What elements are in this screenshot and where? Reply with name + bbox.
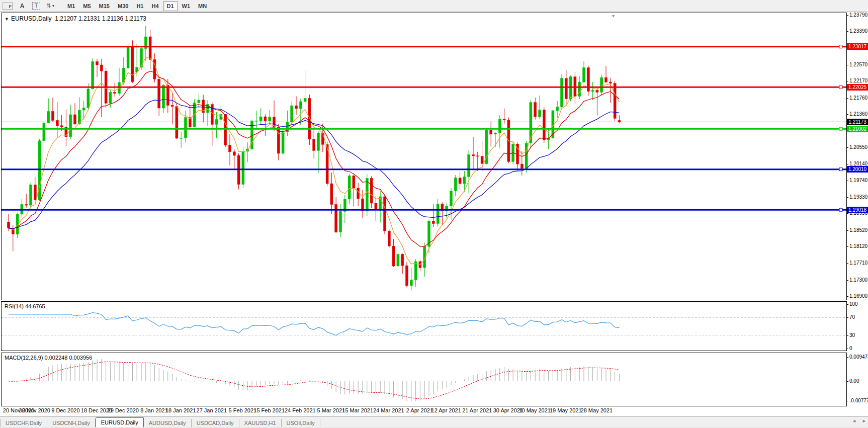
price-axis-tick — [846, 181, 848, 181]
price-axis-label: 1.22570 — [849, 62, 868, 68]
text-tool-icon[interactable]: T — [30, 2, 43, 11]
rsi-axis-label: 70 — [849, 314, 868, 320]
chart-shift-marker-icon[interactable]: ▾ — [612, 13, 615, 19]
price-axis-label: 1.21360 — [849, 111, 868, 117]
price-axis-label: 1.18520 — [849, 227, 868, 233]
timeframe-button-m1[interactable]: M1 — [64, 1, 78, 11]
hline-price-label[interactable]: 1.23017 — [847, 43, 868, 50]
timeframe-button-w1[interactable]: W1 — [179, 1, 194, 11]
price-axis-label: 1.16900 — [849, 293, 868, 299]
chart-title: ▼EURUSD,Daily 1.21207 1.21331 1.21136 1.… — [5, 15, 146, 22]
hline-price-label[interactable]: 1.20010 — [847, 166, 868, 173]
rsi-axis-tick — [846, 349, 848, 349]
price-axis-tick — [846, 147, 848, 148]
price-chart-pane[interactable]: ▼EURUSD,Daily 1.21207 1.21331 1.21136 1.… — [1, 13, 847, 300]
arrows-glyph: ⇅ — [46, 3, 51, 9]
price-axis-tick — [846, 296, 848, 297]
price-axis-tick — [846, 280, 848, 281]
rsi-axis-tick — [846, 335, 848, 336]
price-axis-tick — [846, 81, 848, 81]
fibonacci-glyph: F — [3, 2, 13, 10]
price-axis-label: 1.18120 — [849, 243, 868, 249]
tab-xauusd[interactable]: XAUUSD,H1 — [239, 419, 282, 427]
price-axis-label: 1.17300 — [849, 277, 868, 283]
price-axis-tick — [846, 230, 848, 231]
price-axis-label: 1.23390 — [849, 28, 868, 34]
tab-usdcnh[interactable]: USDCNH,Daily — [47, 419, 96, 427]
timeframe-buttons: M1M5M15M30H1H4D1W1MN — [63, 1, 211, 11]
price-axis-tick — [846, 263, 848, 264]
rsi-axis-tick — [846, 317, 848, 318]
price-axis-label: 1.19330 — [849, 194, 868, 200]
rsi-axis-tick — [846, 304, 848, 305]
time-axis[interactable]: 20 Nov 202030 Nov 20209 Dec 202018 Dec 2… — [0, 406, 846, 415]
timeframe-button-h1[interactable]: H1 — [133, 1, 147, 11]
macd-canvas — [2, 353, 846, 406]
rsi-canvas — [2, 302, 846, 351]
tab-scroll-left-icon[interactable]: ◄ — [852, 418, 856, 423]
tab-usdchf[interactable]: USDCHF,Daily — [0, 419, 47, 427]
arrows-tool-icon[interactable]: ⇅ ▾ — [44, 2, 57, 11]
rsi-pane[interactable]: RSI(14) 44.6765 — [1, 301, 847, 351]
price-axis-tick — [846, 246, 848, 247]
rsi-axis-label: 100 — [849, 301, 868, 307]
hline-price-label[interactable]: 1.22025 — [847, 84, 868, 91]
macd-axis-label: 0.009478 — [849, 354, 868, 360]
chart-ohlc-values: 1.21207 1.21331 1.21136 1.21173 — [55, 15, 146, 22]
macd-label: MACD(12,26,9) 0.002248 0.003956 — [5, 355, 92, 361]
tab-scroll-right-icon[interactable]: ► — [862, 418, 866, 423]
macd-axis-label: -0.007778 — [849, 398, 868, 404]
macd-axis-label: 0.00 — [849, 378, 868, 384]
hline-price-label[interactable]: 1.21002 — [847, 126, 868, 132]
macd-pane[interactable]: MACD(12,26,9) 0.002248 0.003956 — [1, 353, 847, 406]
price-axis-tick — [846, 98, 848, 99]
chart-symbol-period: EURUSD,Daily — [11, 15, 52, 22]
timeframe-button-m15[interactable]: M15 — [96, 1, 113, 11]
time-axis-label: 28 May 2021 — [578, 407, 615, 413]
price-axis-tick — [846, 213, 848, 214]
toolbar-separator — [60, 2, 61, 11]
tab-audusd[interactable]: AUDUSD,Daily — [144, 419, 192, 427]
fibonacci-icon[interactable]: F — [1, 2, 15, 11]
chart-tab-bar: USDCHF,DailyUSDCNH,DailyEURUSD,DailyAUDU… — [0, 416, 868, 427]
macd-axis-tick — [846, 401, 848, 401]
chevron-down-icon: ▾ — [52, 4, 54, 8]
macd-axis-tick — [846, 357, 848, 358]
rsi-label: RSI(14) 44.6765 — [5, 303, 45, 309]
text-tool-glyph: T — [32, 2, 40, 10]
price-axis-tick — [846, 65, 848, 65]
rsi-axis-label: 30 — [849, 332, 868, 338]
tab-usdcad[interactable]: USDCAD,Daily — [192, 419, 239, 427]
current-price-label: 1.21173 — [847, 119, 868, 125]
tab-eurusd[interactable]: EURUSD,Daily — [96, 417, 144, 427]
timeframe-button-h4[interactable]: H4 — [148, 1, 162, 11]
price-axis-tick — [846, 164, 848, 164]
price-axis-tick — [846, 197, 848, 198]
macd-axis-tick — [846, 381, 848, 382]
timeframe-button-m5[interactable]: M5 — [79, 1, 94, 11]
price-axis-label: 1.22170 — [849, 78, 868, 84]
price-axis-tick — [846, 114, 848, 115]
timeframe-button-d1[interactable]: D1 — [163, 1, 178, 11]
hline-price-label[interactable]: 1.19018 — [847, 207, 868, 213]
candlestick-canvas[interactable] — [2, 13, 846, 300]
rsi-axis-label: 0 — [849, 346, 868, 352]
price-axis-label: 1.21760 — [849, 95, 868, 101]
price-axis-label: 1.23790 — [849, 12, 868, 18]
price-axis-label: 1.20550 — [849, 144, 868, 150]
toolbar: F A T ⇅ ▾ M1M5M15M30H1H4D1W1MN — [0, 0, 868, 12]
timeframe-button-mn[interactable]: MN — [195, 1, 210, 11]
text-label-icon[interactable]: A — [16, 2, 29, 11]
price-axis-tick — [846, 31, 848, 32]
collapse-icon[interactable]: ▼ — [5, 17, 9, 22]
price-axis-label: 1.17710 — [849, 260, 868, 266]
mt4-window: F A T ⇅ ▾ M1M5M15M30H1H4D1W1MN ▼EURUSD,D… — [0, 0, 868, 428]
tab-usoil[interactable]: USOil,Daily — [282, 419, 320, 427]
price-axis-tick — [846, 15, 848, 16]
timeframe-button-m30[interactable]: M30 — [114, 1, 132, 11]
text-label-glyph: A — [20, 3, 25, 10]
price-axis-label: 1.19740 — [849, 178, 868, 184]
